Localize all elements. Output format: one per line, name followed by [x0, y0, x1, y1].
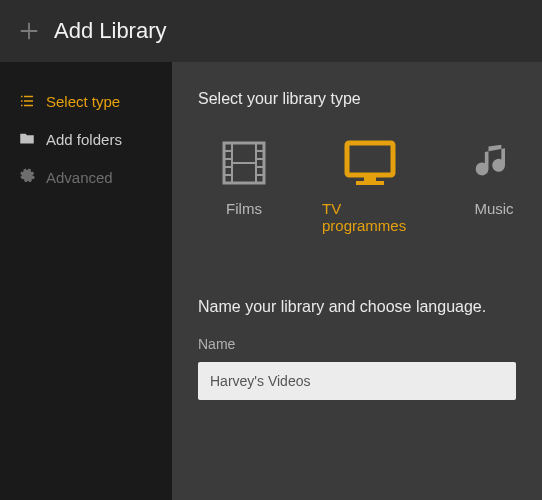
gear-icon [18, 168, 36, 186]
type-label: Music [474, 200, 513, 217]
sidebar-item-add-folders[interactable]: Add folders [0, 120, 172, 158]
name-section-heading: Name your library and choose language. [198, 298, 516, 316]
sidebar-item-select-type[interactable]: Select type [0, 82, 172, 120]
sidebar-item-label: Select type [46, 93, 120, 110]
film-icon [220, 138, 268, 188]
music-icon [472, 138, 516, 188]
tv-icon [344, 138, 396, 188]
name-field-label: Name [198, 336, 516, 352]
type-option-tv[interactable]: TV programmes [322, 138, 418, 234]
sidebar-item-label: Advanced [46, 169, 113, 186]
folder-icon [18, 130, 36, 148]
steps-sidebar: Select type Add folders Advanced [0, 62, 172, 500]
library-name-input[interactable] [198, 362, 516, 400]
plus-icon [18, 20, 40, 42]
list-icon [18, 92, 36, 110]
sidebar-item-label: Add folders [46, 131, 122, 148]
main-panel: Select your library type [172, 62, 542, 500]
svg-rect-12 [347, 143, 393, 175]
svg-rect-13 [364, 175, 376, 181]
svg-rect-14 [356, 181, 384, 185]
dialog-header: Add Library [0, 0, 542, 62]
type-label: Films [226, 200, 262, 217]
sidebar-item-advanced[interactable]: Advanced [0, 158, 172, 196]
dialog-title: Add Library [54, 18, 167, 44]
type-option-films[interactable]: Films [220, 138, 268, 234]
library-type-options: Films TV programmes Mu [198, 138, 516, 234]
select-type-heading: Select your library type [198, 90, 516, 108]
type-label: TV programmes [322, 200, 418, 234]
type-option-music[interactable]: Music [472, 138, 516, 234]
